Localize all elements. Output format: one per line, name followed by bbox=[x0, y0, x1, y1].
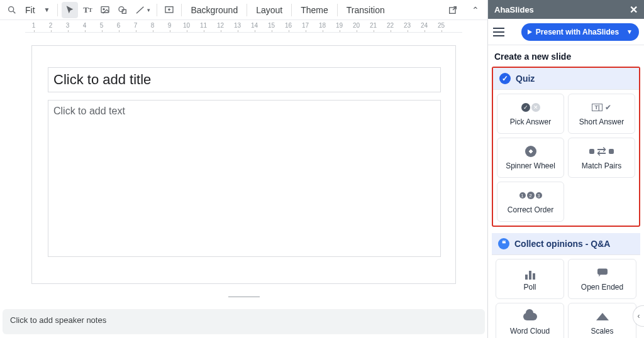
ruler-tick: 4 bbox=[76, 22, 93, 29]
separator bbox=[337, 4, 338, 16]
check-badge-icon: ✓ bbox=[499, 73, 511, 84]
ruler-tick: 2 bbox=[42, 22, 59, 29]
svg-point-3 bbox=[103, 8, 104, 9]
tile-label: Poll bbox=[523, 283, 536, 292]
slide-group-opinions: ❝Collect opinions - Q&APollOpen EndedWor… bbox=[492, 233, 640, 338]
speech-icon bbox=[596, 266, 609, 279]
svg-line-1 bbox=[13, 11, 15, 13]
tile-match-pairs[interactable]: ⇄Match Pairs bbox=[568, 138, 635, 178]
tile-label: Match Pairs bbox=[582, 161, 621, 170]
cursor-tool-button[interactable] bbox=[62, 2, 78, 18]
chevron-down-icon: ▼ bbox=[626, 28, 633, 35]
bars-icon bbox=[525, 266, 536, 279]
separator bbox=[157, 4, 157, 16]
tile-open-ended[interactable]: Open Ended bbox=[568, 259, 636, 299]
ruler-tick: 14 bbox=[246, 22, 263, 29]
ruler: 1234567891011121314151617181920212223242… bbox=[25, 20, 462, 33]
tile-label: Open Ended bbox=[581, 283, 623, 292]
zoom-select[interactable]: Fit ▼ bbox=[21, 2, 53, 18]
image-tool-button[interactable] bbox=[97, 2, 113, 18]
ruler-tick: 9 bbox=[161, 22, 178, 29]
ruler-tick: 13 bbox=[229, 22, 246, 29]
tile-spinner-wheel[interactable]: Spinner Wheel bbox=[497, 138, 564, 178]
toolbar-right: ⌃ bbox=[445, 2, 484, 18]
ahaslides-topbar: Present with AhaSlides ▼ bbox=[488, 19, 644, 45]
tile-scales[interactable]: Scales bbox=[568, 303, 636, 338]
ruler-tick: 7 bbox=[127, 22, 144, 29]
slide-body-placeholder[interactable]: Click to add text bbox=[48, 100, 441, 257]
close-icon[interactable]: ✕ bbox=[630, 4, 638, 16]
separator bbox=[57, 4, 58, 16]
speaker-notes-placeholder: Click to add speaker notes bbox=[10, 315, 106, 325]
tile-short-answer[interactable]: T|✔Short Answer bbox=[568, 94, 635, 134]
slide-group-quiz: ✓Quiz✓✕Pick AnswerT|✔Short AnswerSpinner… bbox=[492, 67, 640, 227]
ahaslides-panel: AhaSlides ✕ Present with AhaSlides ▼ Cre… bbox=[487, 0, 644, 338]
ahaslides-title: AhaSlides bbox=[494, 5, 534, 14]
pairs-icon: ⇄ bbox=[589, 145, 614, 158]
ruler-tick: 8 bbox=[144, 22, 161, 29]
ruler-tick: 12 bbox=[212, 22, 229, 29]
ahaslides-header: AhaSlides ✕ bbox=[488, 0, 644, 19]
ruler-tick: 21 bbox=[365, 22, 382, 29]
collapse-toolbar-button[interactable]: ⌃ bbox=[467, 2, 484, 18]
group-title: Quiz bbox=[516, 74, 535, 84]
group-header-opinions[interactable]: ❝Collect opinions - Q&A bbox=[492, 233, 640, 255]
ruler-tick: 15 bbox=[263, 22, 280, 29]
group-title: Collect opinions - Q&A bbox=[514, 239, 610, 249]
tile-label: Short Answer bbox=[579, 117, 624, 126]
slide-canvas[interactable]: Click to add title Click to add text bbox=[0, 33, 487, 309]
ruler-tick: 18 bbox=[314, 22, 331, 29]
slide-body-text: Click to add text bbox=[53, 106, 125, 116]
layout-button[interactable]: Layout bbox=[251, 2, 287, 18]
shape-tool-button[interactable] bbox=[114, 2, 131, 18]
present-button[interactable]: Present with AhaSlides ▼ bbox=[521, 23, 639, 41]
comment-button[interactable] bbox=[161, 2, 177, 18]
present-button-label: Present with AhaSlides bbox=[536, 28, 619, 36]
tile-label: Correct Order bbox=[508, 205, 553, 214]
ruler-tick: 24 bbox=[416, 22, 433, 29]
separator bbox=[181, 4, 182, 16]
speaker-notes[interactable]: Click to add speaker notes bbox=[3, 309, 485, 334]
play-icon bbox=[528, 30, 532, 35]
slides-app: Fit ▼ TT ▾ Background Layout Theme Trans… bbox=[0, 0, 487, 338]
ruler-tick: 1 bbox=[25, 22, 42, 29]
line-tool-button[interactable]: ▾ bbox=[132, 2, 153, 18]
ruler-tick: 19 bbox=[331, 22, 348, 29]
cloud-icon bbox=[523, 310, 537, 323]
slide-title-text: Click to add title bbox=[53, 72, 151, 88]
ruler-tick: 6 bbox=[110, 22, 127, 29]
tile-pick-answer[interactable]: ✓✕Pick Answer bbox=[497, 94, 564, 134]
tile-correct-order[interactable]: 123Correct Order bbox=[497, 182, 564, 222]
slide-resize-handle[interactable] bbox=[228, 297, 260, 297]
dropdown-caret-icon: ▼ bbox=[44, 6, 50, 13]
ruler-tick: 11 bbox=[195, 22, 212, 29]
theme-button[interactable]: Theme bbox=[296, 2, 333, 18]
tile-label: Scales bbox=[591, 327, 613, 335]
ruler-tick: 3 bbox=[59, 22, 76, 29]
triangle-icon bbox=[596, 310, 609, 323]
tile-label: Word Cloud bbox=[510, 327, 550, 335]
tile-label: Spinner Wheel bbox=[506, 161, 555, 170]
text-check-icon: T|✔ bbox=[592, 101, 611, 114]
separator bbox=[247, 4, 247, 16]
slide[interactable]: Click to add title Click to add text bbox=[31, 45, 456, 284]
tile-word-cloud[interactable]: Word Cloud bbox=[496, 303, 564, 338]
tile-poll[interactable]: Poll bbox=[496, 259, 564, 299]
toolbar: Fit ▼ TT ▾ Background Layout Theme Trans… bbox=[0, 0, 487, 20]
slide-title-placeholder[interactable]: Click to add title bbox=[48, 67, 441, 92]
background-button[interactable]: Background bbox=[186, 2, 243, 18]
ruler-tick: 25 bbox=[433, 22, 450, 29]
tile-label: Pick Answer bbox=[510, 117, 551, 126]
zoom-icon-button[interactable] bbox=[4, 2, 20, 18]
wheel-icon bbox=[525, 145, 536, 158]
ruler-tick: 23 bbox=[399, 22, 416, 29]
transition-button[interactable]: Transition bbox=[341, 2, 390, 18]
tile-grid: PollOpen EndedWord CloudScales bbox=[492, 255, 640, 338]
export-icon-button[interactable] bbox=[445, 2, 461, 18]
group-header-quiz[interactable]: ✓Quiz bbox=[493, 68, 639, 90]
textbox-tool-button[interactable]: TT bbox=[79, 2, 96, 18]
ruler-tick: 22 bbox=[382, 22, 399, 29]
ruler-tick: 17 bbox=[297, 22, 314, 29]
menu-icon[interactable] bbox=[493, 23, 511, 41]
ruler-tick: 10 bbox=[178, 22, 195, 29]
